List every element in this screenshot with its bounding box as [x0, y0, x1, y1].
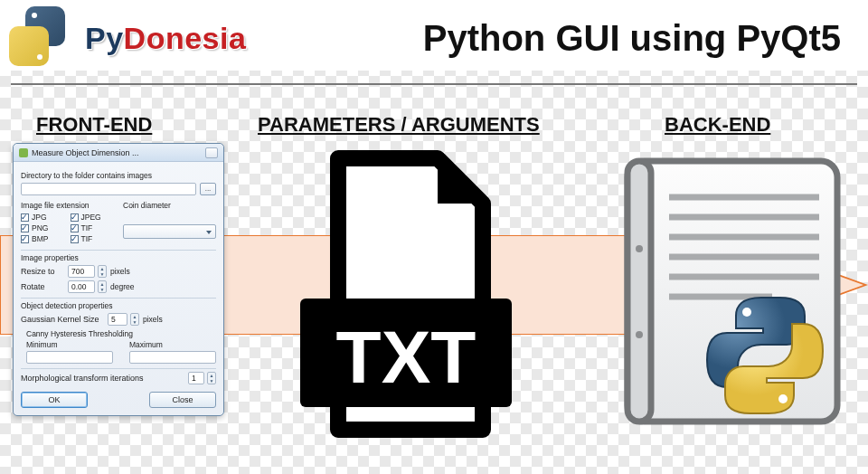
- svg-point-4: [636, 331, 643, 338]
- brand-text: PyDonesia: [85, 21, 246, 56]
- gk-stepper[interactable]: ▲▼: [130, 313, 139, 326]
- resize-stepper[interactable]: ▲▼: [98, 265, 107, 278]
- close-button[interactable]: Close: [149, 392, 216, 408]
- brand-rest: Donesia: [124, 21, 247, 55]
- txt-label: TXT: [336, 316, 476, 398]
- image-props-label: Image properties: [21, 253, 79, 262]
- dialog-window: Measure Object Dimension ... Directory t…: [13, 143, 224, 416]
- minimize-button[interactable]: [205, 147, 218, 158]
- morph-input[interactable]: 1: [188, 372, 204, 384]
- extension-label: Image file extension: [21, 201, 90, 210]
- coin-label: Coin diameter: [123, 201, 171, 210]
- directory-label: Directory to the folder contains images: [21, 171, 216, 180]
- directory-input[interactable]: [21, 183, 196, 195]
- coin-combobox[interactable]: [123, 224, 216, 239]
- script-document-icon: [618, 154, 846, 430]
- txt-file-icon: TXT: [284, 149, 528, 439]
- section-backend: BACK-END: [665, 113, 770, 137]
- max-input[interactable]: [129, 351, 216, 364]
- browse-button[interactable]: ...: [200, 183, 216, 195]
- rotate-unit: degree: [110, 282, 134, 291]
- checkbox-jpeg[interactable]: JPEG: [71, 213, 115, 222]
- resize-unit: pixels: [110, 267, 130, 276]
- rotate-input[interactable]: 0.00: [68, 280, 95, 293]
- dialog-title: Measure Object Dimension ...: [32, 148, 139, 157]
- checkbox-bmp[interactable]: BMP: [21, 234, 65, 243]
- gk-label: Gaussian Kernel Size: [21, 315, 104, 324]
- checkbox-png[interactable]: PNG: [21, 223, 65, 232]
- header: PyDonesia Python GUI using PyQt5: [0, 0, 868, 71]
- svg-point-3: [636, 245, 643, 252]
- app-icon: [19, 148, 28, 157]
- brand-py: Py: [85, 21, 124, 55]
- python-logo-icon: [5, 6, 69, 70]
- section-parameters: PARAMETERS / ARGUMENTS: [258, 113, 540, 137]
- object-props-label: Object detection properties: [21, 301, 113, 310]
- checkbox-tif[interactable]: TIF: [71, 223, 115, 232]
- checkbox-jpg[interactable]: JPG: [21, 213, 65, 222]
- rotate-stepper[interactable]: ▲▼: [98, 280, 107, 293]
- min-label: Minimum: [26, 340, 57, 349]
- gk-unit: pixels: [143, 315, 163, 324]
- checkbox-tif2[interactable]: TIF: [71, 234, 115, 243]
- resize-input[interactable]: 700: [68, 265, 95, 278]
- svg-rect-2: [627, 161, 651, 422]
- morph-label: Morphological transform iterations: [21, 374, 184, 383]
- resize-label: Resize to: [21, 267, 64, 276]
- dialog-titlebar[interactable]: Measure Object Dimension ...: [14, 144, 223, 162]
- canny-label: Canny Hysteresis Thresholding: [26, 329, 216, 338]
- min-input[interactable]: [26, 351, 113, 364]
- divider: [11, 83, 857, 85]
- gk-input[interactable]: 5: [108, 313, 127, 326]
- section-frontend: FRONT-END: [36, 113, 152, 137]
- rotate-label: Rotate: [21, 282, 64, 291]
- svg-point-11: [742, 308, 751, 317]
- svg-point-12: [778, 394, 788, 403]
- max-label: Maximum: [129, 340, 163, 349]
- ok-button[interactable]: OK: [21, 392, 88, 408]
- python-icon: [702, 292, 828, 419]
- morph-stepper[interactable]: ▲▼: [207, 372, 216, 384]
- page-title: Python GUI using PyQt5: [423, 18, 841, 59]
